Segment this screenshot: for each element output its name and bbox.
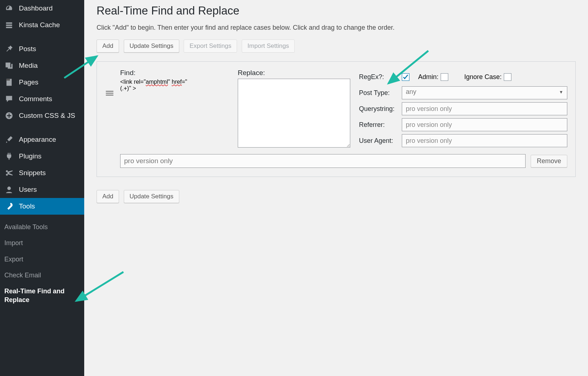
sidebar-item-appearance[interactable]: Appearance	[0, 131, 84, 148]
options-column: RegEx?: Admin: Ignore Case:	[355, 69, 567, 149]
drag-handle[interactable]	[105, 69, 115, 99]
update-settings-button[interactable]: Update Settings	[124, 40, 179, 53]
rule-panel: Find: <link rel="amphtml" href=" (.+)" >…	[97, 61, 576, 177]
help-text: Click "Add" to begin. Then enter your fi…	[97, 24, 576, 32]
sidebar-item-kinsta-cache[interactable]: Kinsta Cache	[0, 17, 84, 33]
ignore-case-label: Ignore Case:	[464, 73, 502, 81]
page-icon	[4, 78, 14, 87]
sidebar-item-label: Comments	[19, 95, 52, 103]
submenu-item-import[interactable]: Import	[0, 235, 84, 251]
import-settings-button[interactable]: Import Settings	[242, 40, 295, 53]
export-settings-button[interactable]: Export Settings	[184, 40, 237, 53]
sidebar-item-posts[interactable]: Posts	[0, 41, 84, 57]
sidebar-item-label: Media	[19, 62, 38, 70]
querystring-input[interactable]	[402, 102, 567, 115]
sidebar-item-dashboard[interactable]: Dashboard	[0, 0, 84, 17]
post-type-select[interactable]: any	[402, 86, 567, 99]
sidebar-item-label: Kinsta Cache	[19, 21, 60, 29]
submenu-item-check-email[interactable]: Check Email	[0, 267, 84, 283]
sidebar: Dashboard Kinsta Cache Posts Media Pages…	[0, 0, 84, 376]
wrench-icon	[4, 202, 14, 211]
media-icon	[4, 61, 14, 70]
admin-checkbox[interactable]	[441, 73, 448, 81]
svg-point-0	[7, 64, 8, 65]
dashboard-icon	[4, 4, 14, 13]
pin-icon	[4, 44, 14, 54]
post-type-label: Post Type:	[359, 89, 402, 97]
sidebar-item-label: Custom CSS & JS	[19, 112, 75, 120]
submenu-item-available-tools[interactable]: Available Tools	[0, 219, 84, 235]
sidebar-item-plugins[interactable]: Plugins	[0, 148, 84, 165]
add-button[interactable]: Add	[97, 40, 119, 53]
main-content: Real-Time Find and Replace Click "Add" t…	[84, 0, 588, 220]
add-button-bottom[interactable]: Add	[97, 190, 119, 203]
referrer-label: Referrer:	[359, 121, 402, 129]
toolbar: Add Update Settings Export Settings Impo…	[97, 40, 576, 53]
sidebar-item-label: Appearance	[19, 136, 56, 144]
find-textarea[interactable]: <link rel="amphtml" href=" (.+)" >	[120, 79, 233, 92]
submenu-item-real-time-find-and-replace[interactable]: Real-Time Find and Replace	[0, 283, 84, 308]
brush-icon	[4, 135, 14, 144]
page-title: Real-Time Find and Replace	[97, 4, 576, 17]
sidebar-item-users[interactable]: Users	[0, 181, 84, 198]
update-settings-button-bottom[interactable]: Update Settings	[124, 190, 179, 203]
svg-point-4	[7, 187, 11, 190]
querystring-label: Querystring:	[359, 105, 402, 113]
sidebar-item-label: Plugins	[19, 152, 41, 160]
submenu-item-export[interactable]: Export	[0, 251, 84, 267]
user-agent-label: User Agent:	[359, 137, 402, 145]
replace-label: Replace:	[238, 69, 350, 79]
ignore-case-checkbox[interactable]	[504, 73, 511, 81]
admin-label: Admin:	[418, 73, 438, 81]
sidebar-item-pages[interactable]: Pages	[0, 74, 84, 91]
sidebar-item-label: Users	[19, 186, 37, 194]
toolbar-bottom: Add Update Settings	[97, 190, 576, 203]
sidebar-item-label: Posts	[19, 45, 36, 53]
rule-note-input[interactable]	[120, 154, 526, 168]
cache-icon	[4, 20, 14, 30]
sidebar-item-label: Dashboard	[19, 4, 53, 12]
remove-button[interactable]: Remove	[531, 155, 567, 168]
find-label: Find:	[120, 69, 233, 79]
regex-label: RegEx?:	[359, 73, 402, 81]
plus-circle-icon	[4, 111, 14, 120]
svg-point-3	[6, 174, 8, 175]
sidebar-item-label: Tools	[19, 202, 35, 210]
referrer-input[interactable]	[402, 118, 567, 131]
regex-checkbox[interactable]	[402, 73, 409, 81]
sidebar-item-snippets[interactable]: Snippets	[0, 165, 84, 181]
comment-icon	[4, 94, 14, 104]
sidebar-item-label: Pages	[19, 78, 38, 86]
sidebar-item-tools[interactable]: Tools	[0, 198, 84, 215]
svg-point-2	[6, 170, 8, 172]
sidebar-item-label: Snippets	[19, 169, 46, 177]
sidebar-item-media[interactable]: Media	[0, 57, 84, 74]
replace-textarea[interactable]	[238, 79, 350, 148]
user-agent-input[interactable]	[402, 134, 567, 147]
plug-icon	[4, 152, 14, 161]
sidebar-item-comments[interactable]: Comments	[0, 91, 84, 107]
user-icon	[4, 185, 14, 194]
sidebar-item-custom-css-js[interactable]: Custom CSS & JS	[0, 107, 84, 124]
scissors-icon	[4, 168, 14, 178]
